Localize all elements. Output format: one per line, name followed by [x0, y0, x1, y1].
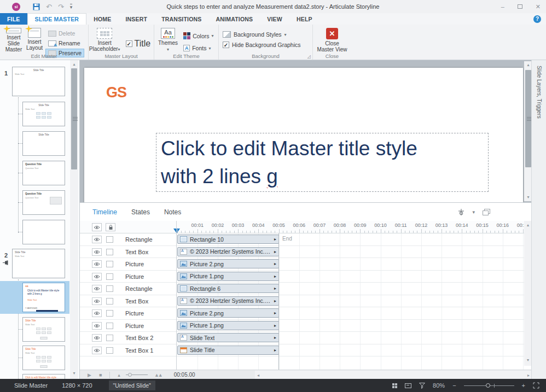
timeline-row[interactable]: Text Box 1Slide Title▸ — [80, 344, 524, 357]
ribbon-tab-file[interactable]: FILE — [0, 13, 27, 25]
maximize-button[interactable] — [518, 4, 522, 9]
title-checkbox[interactable]: ✓ Title — [123, 34, 154, 52]
play-button[interactable]: ▶ — [88, 372, 91, 378]
timeline-row[interactable]: RectangleRectangle 10▸ — [80, 233, 524, 246]
scroll-up-icon[interactable]: ▴ — [524, 62, 532, 67]
preview-funnel-icon[interactable] — [419, 383, 425, 389]
help-icon[interactable]: ? — [533, 15, 541, 23]
timeline-row[interactable]: PicturePicture 2.png▸ — [80, 307, 524, 320]
timeline-object-bar[interactable]: Rectangle 10▸ — [177, 235, 279, 244]
save-icon[interactable] — [33, 3, 40, 10]
playhead-anchor-icon[interactable] — [458, 208, 464, 216]
scrollbar-thumb[interactable] — [71, 68, 77, 169]
slide-logo[interactable]: GS — [106, 84, 126, 101]
visibility-eye-icon[interactable] — [92, 236, 102, 243]
timeline-row[interactable]: PicturePicture 2.png▸ — [80, 258, 524, 271]
layout-thumbnail[interactable]: Slide TitleSlide Text — [22, 317, 65, 342]
slide-vertical-scrollbar[interactable]: ▴ ▾ — [524, 61, 532, 201]
visibility-eye-icon[interactable] — [92, 273, 102, 280]
layout-thumbnail[interactable]: Slide TitleSlide Text — [22, 346, 65, 370]
timeline-object-bar[interactable]: © 2023 Hertzler Systems Inc. All ri...▸ — [177, 247, 279, 256]
visibility-eye-icon[interactable] — [92, 347, 102, 354]
themes-button[interactable]: Aa Themes▾ — [158, 27, 178, 52]
visibility-eye-icon[interactable] — [92, 322, 102, 330]
expand-arrow-icon[interactable]: ▸ — [274, 237, 276, 242]
redo-icon[interactable]: ↷ — [58, 3, 64, 11]
timeline-row[interactable]: RectangleRectangle 6▸ — [80, 283, 524, 295]
layout-thumbnail[interactable]: Click to edit Master title style — [22, 374, 65, 379]
slider-knob[interactable] — [128, 373, 132, 377]
ribbon-tab-help[interactable]: HELP — [289, 13, 320, 25]
scroll-right-icon[interactable]: ▸ — [527, 373, 530, 378]
ribbon-tab-slide-master[interactable]: SLIDE MASTER — [27, 13, 87, 25]
lock-checkbox[interactable] — [106, 310, 113, 317]
visibility-eye-icon[interactable] — [92, 297, 102, 305]
scrollbar-thumb[interactable] — [525, 70, 531, 167]
timeline-object-bar[interactable]: Picture 2.png▸ — [177, 308, 279, 318]
master-title-placeholder[interactable]: Click to edit Master title style with 2 … — [156, 133, 489, 192]
hide-background-graphics-checkbox[interactable]: ✓ Hide Background Graphics — [223, 42, 300, 48]
expand-arrow-icon[interactable]: ▸ — [274, 335, 276, 340]
layout-thumbnail[interactable]: Question TitleQuestion Text — [22, 190, 65, 215]
slide-canvas[interactable]: GS Click to edit Master title style with… — [84, 68, 523, 202]
insert-slide-master-button[interactable]: Insert Slide Master — [4, 27, 24, 52]
timeline-tab-states[interactable]: States — [131, 208, 150, 216]
zoom-out-button[interactable]: − — [452, 382, 456, 389]
expand-arrow-icon[interactable]: ▸ — [274, 261, 276, 266]
panel-layout-icon[interactable] — [483, 209, 490, 215]
scroll-left-icon[interactable]: ◂ — [257, 373, 259, 378]
timeline-object-bar[interactable]: © 2023 Hertzler Systems Inc. All ri...▸ — [177, 296, 279, 306]
ribbon-tab-home[interactable]: HOME — [86, 13, 118, 25]
expand-arrow-icon[interactable]: ▸ — [274, 249, 276, 254]
timeline-zoom-in-icon[interactable]: ▲▲ — [154, 372, 162, 378]
insert-placeholder-button[interactable]: Insert Placeholder▾ — [89, 27, 120, 52]
lock-checkbox[interactable] — [106, 335, 113, 341]
qat-customize-icon[interactable]: ▾ — [70, 4, 73, 9]
expand-arrow-icon[interactable]: ▸ — [274, 348, 276, 353]
timeline-zoom-slider[interactable] — [126, 375, 148, 375]
timeline-row[interactable]: Text Box© 2023 Hertzler Systems Inc. All… — [80, 246, 524, 259]
layout-thumbnail[interactable]: GSClick to edit Master title style with … — [22, 283, 65, 312]
timeline-vertical-scrollbar[interactable]: ▴ ▾ — [524, 221, 531, 366]
visibility-eye-icon[interactable] — [92, 285, 102, 292]
delete-button[interactable]: Delete — [45, 29, 84, 38]
lock-checkbox[interactable] — [106, 298, 113, 305]
ribbon-tab-insert[interactable]: INSERT — [118, 13, 154, 25]
fit-to-window-icon[interactable] — [533, 382, 539, 389]
slider-knob[interactable] — [486, 383, 490, 388]
ribbon-tab-transitions[interactable]: TRANSITIONS — [154, 13, 208, 25]
zoom-slider[interactable] — [464, 385, 514, 386]
stop-button[interactable]: ■ — [99, 372, 102, 378]
scroll-up-icon[interactable]: ▴ — [70, 62, 78, 67]
lock-checkbox[interactable] — [106, 249, 113, 255]
timeline-object-bar[interactable]: Picture 1.png▸ — [177, 272, 279, 281]
timeline-tab-timeline[interactable]: Timeline — [92, 208, 117, 216]
timeline-ruler[interactable]: 00:0100:0200:0300:0400:0500:0600:0700:08… — [80, 221, 524, 233]
scroll-down-icon[interactable]: ▾ — [524, 358, 531, 362]
thumbnail-panel-scrollbar[interactable]: ▴▾ — [70, 60, 78, 379]
layout-thumbnail[interactable]: Slide Title — [22, 131, 65, 156]
close-button[interactable]: ✕ — [536, 3, 541, 10]
timeline-row[interactable]: Text Box 2Slide Text▸ — [80, 332, 524, 344]
lock-checkbox[interactable] — [106, 273, 113, 280]
expand-arrow-icon[interactable]: ▸ — [274, 286, 276, 291]
timeline-object-bar[interactable]: Picture 1.png▸ — [177, 321, 279, 330]
timeline-horizontal-scrollbar[interactable]: ◂ ▸ — [255, 371, 531, 379]
visibility-eye-icon[interactable] — [92, 309, 102, 317]
ribbon-tab-animations[interactable]: ANIMATIONS — [209, 13, 260, 25]
timeline-zoom-out-icon[interactable]: ▴ — [118, 372, 120, 378]
zoom-in-button[interactable]: + — [522, 382, 525, 389]
layout-thumbnail[interactable]: Slide TitleSlide Text — [22, 102, 65, 126]
master-slide-thumbnail[interactable]: Slide TitleSlide Text — [12, 249, 65, 278]
background-styles-button[interactable]: Background Styles ▾ — [223, 31, 300, 38]
layout-thumbnail[interactable] — [22, 220, 65, 244]
visibility-column-header-eye-icon[interactable] — [92, 223, 102, 231]
lock-checkbox[interactable] — [106, 347, 113, 354]
rename-button[interactable]: ARename — [45, 39, 84, 48]
fonts-button[interactable]: A Fonts▾ — [181, 44, 216, 52]
timeline-object-bar[interactable]: Picture 2.png▸ — [177, 259, 279, 268]
timeline-object-bar[interactable]: Slide Text▸ — [177, 333, 279, 342]
timeline-row[interactable]: PicturePicture 1.png▸ — [80, 320, 524, 332]
colors-button[interactable]: Colors▾ — [181, 31, 216, 40]
lock-checkbox[interactable] — [106, 323, 113, 329]
